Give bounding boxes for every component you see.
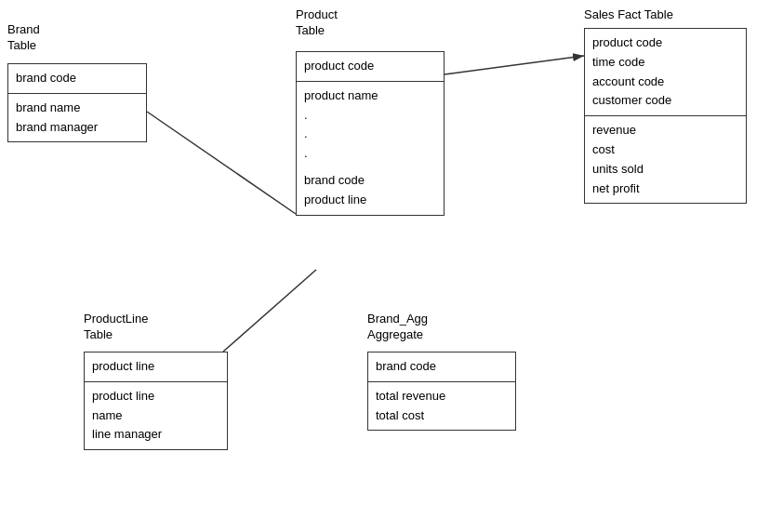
sales-net-profit: net profit xyxy=(592,180,738,199)
productline-manager: line manager xyxy=(92,425,219,445)
productline-name2: name xyxy=(92,406,219,426)
sales-fact-table-title: Sales Fact Table xyxy=(584,7,673,23)
sales-time-code: time code xyxy=(592,53,738,73)
brand-other-section: brand name brand manager xyxy=(8,94,146,142)
sales-other-section: revenue cost units sold net profit xyxy=(585,116,746,203)
product-table: product code product name . . . brand co… xyxy=(296,51,445,216)
product-code-field: product code xyxy=(304,57,436,76)
arrow-product-to-salesfact xyxy=(445,56,584,74)
productline-key-section: product line xyxy=(85,352,227,382)
brand-agg-other-section: total revenue total cost xyxy=(368,382,515,431)
sales-revenue: revenue xyxy=(592,121,738,140)
brand-table: brand code brand name brand manager xyxy=(7,63,147,142)
diagram-container: Brand Table brand code brand name brand … xyxy=(0,0,783,532)
sales-cost: cost xyxy=(592,140,738,160)
arrow-product-to-brand xyxy=(147,112,296,214)
brand-key-section: brand code xyxy=(8,64,146,94)
product-dot2: . xyxy=(304,125,436,144)
sales-units-sold: units sold xyxy=(592,160,738,180)
productline-table-title: ProductLine Table xyxy=(84,312,148,343)
brand-agg-code: brand code xyxy=(376,357,508,377)
brand-agg-total-cost: total cost xyxy=(376,406,508,426)
product-name-field: product name xyxy=(304,86,436,106)
product-dot3: . xyxy=(304,144,436,164)
product-other-section: product name . . . brand code product li… xyxy=(297,82,444,215)
productline-table: product line product line name line mana… xyxy=(84,352,228,450)
product-line-field: product line xyxy=(304,191,436,210)
product-line-key-field: product line xyxy=(92,357,219,377)
brand-agg-total-revenue: total revenue xyxy=(376,387,508,406)
product-dot1: . xyxy=(304,106,436,126)
brand-name-field: brand name xyxy=(16,99,139,118)
sales-fact-table: product code time code account code cust… xyxy=(584,28,747,204)
arrow-product-to-productline xyxy=(223,270,316,352)
brand-code-field: brand code xyxy=(16,71,76,85)
productline-other-section: product line name line manager xyxy=(85,382,227,449)
brand-agg-table-title: Brand_Agg Aggregate xyxy=(367,312,428,343)
brand-agg-key-section: brand code xyxy=(368,352,515,382)
sales-product-code: product code xyxy=(592,33,738,53)
sales-customer-code: customer code xyxy=(592,91,738,111)
brand-agg-table: brand code total revenue total cost xyxy=(367,352,516,431)
brand-table-title: Brand Table xyxy=(7,22,40,54)
product-brand-code-field: brand code xyxy=(304,171,436,191)
product-key-section: product code xyxy=(297,52,444,82)
product-table-title: Product Table xyxy=(296,7,338,39)
sales-key-section: product code time code account code cust… xyxy=(585,29,746,116)
productline-name: product line xyxy=(92,387,219,406)
sales-account-code: account code xyxy=(592,73,738,92)
brand-manager-field: brand manager xyxy=(16,118,139,138)
